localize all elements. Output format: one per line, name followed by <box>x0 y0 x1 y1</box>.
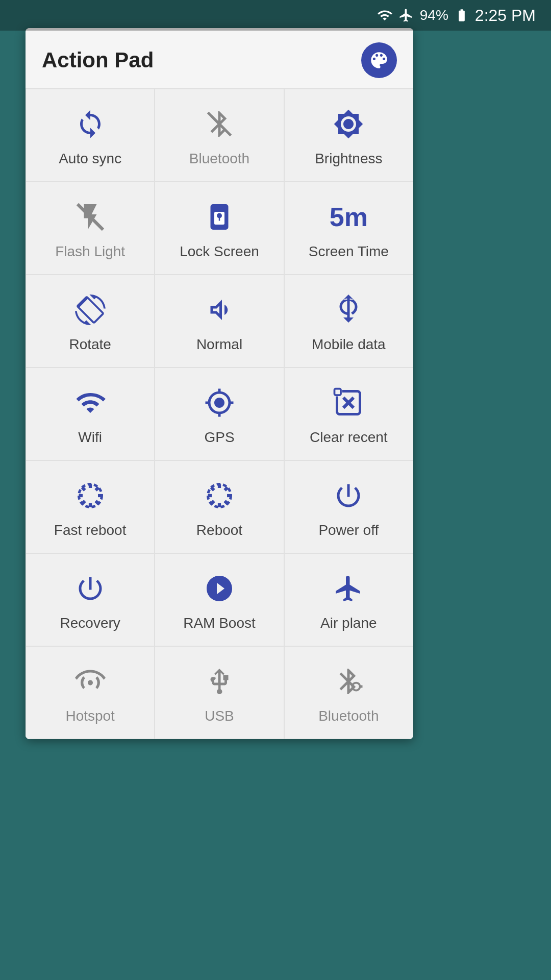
item-rotate[interactable]: Rotate <box>26 275 155 368</box>
palette-button[interactable] <box>361 42 397 78</box>
rotate-icon <box>75 291 106 328</box>
item-clear-recent[interactable]: Clear recent <box>284 368 413 460</box>
pad-header: Action Pad <box>26 28 413 89</box>
hotspot-label: Hotspot <box>65 708 115 724</box>
screen-time-value: 5m <box>330 204 368 230</box>
status-icons: 94% 2:25 PM <box>377 6 536 25</box>
wifi-label: Wifi <box>78 429 102 446</box>
usb-label: USB <box>205 708 234 724</box>
bluetooth-label: Bluetooth <box>189 151 249 167</box>
item-brightness[interactable]: Brightness <box>284 89 413 182</box>
ram-boost-icon <box>204 570 235 607</box>
flash-light-label: Flash Light <box>55 243 125 260</box>
bluetooth-bottom-icon <box>333 663 364 700</box>
action-pad: Action Pad Auto sync Bluetooth <box>26 28 413 739</box>
svg-line-16 <box>82 487 85 491</box>
airplane-item-icon <box>333 570 364 607</box>
item-bluetooth[interactable]: Bluetooth <box>155 89 284 182</box>
gps-label: GPS <box>204 429 234 446</box>
power-off-label: Power off <box>318 522 379 538</box>
svg-line-26 <box>224 501 228 504</box>
recovery-icon <box>75 570 106 607</box>
item-mobile-data[interactable]: Mobile data <box>284 275 413 368</box>
wifi-icon <box>377 8 392 23</box>
item-ram-boost[interactable]: RAM Boost <box>155 553 284 646</box>
svg-line-28 <box>211 501 214 504</box>
auto-sync-label: Auto sync <box>59 151 121 167</box>
gps-icon <box>204 384 235 421</box>
svg-line-25 <box>211 487 214 491</box>
reboot-icon <box>204 477 235 514</box>
clear-recent-icon <box>333 384 364 421</box>
item-fast-reboot[interactable]: Fast reboot <box>26 460 155 553</box>
svg-line-27 <box>224 487 228 491</box>
item-reboot[interactable]: Reboot <box>155 460 284 553</box>
item-auto-sync[interactable]: Auto sync <box>26 89 155 182</box>
svg-line-19 <box>82 501 85 504</box>
screen-time-label: Screen Time <box>309 243 389 260</box>
item-hotspot[interactable]: Hotspot <box>26 646 155 739</box>
brightness-icon <box>333 106 364 142</box>
bluetooth-icon <box>204 106 235 142</box>
pad-title: Action Pad <box>42 48 154 72</box>
item-normal[interactable]: Normal <box>155 275 284 368</box>
item-gps[interactable]: GPS <box>155 368 284 460</box>
item-screen-time[interactable]: 5m Screen Time <box>284 182 413 275</box>
airplane-status-icon <box>398 8 414 23</box>
hotspot-icon <box>75 663 106 700</box>
power-off-icon <box>333 477 364 514</box>
item-wifi[interactable]: Wifi <box>26 368 155 460</box>
recovery-label: Recovery <box>60 615 120 631</box>
clear-recent-label: Clear recent <box>310 429 388 446</box>
rotate-label: Rotate <box>69 336 111 353</box>
item-bluetooth-bottom[interactable]: Bluetooth <box>284 646 413 739</box>
air-plane-label: Air plane <box>320 615 377 631</box>
screen-time-icon: 5m <box>330 199 368 235</box>
brightness-label: Brightness <box>315 151 382 167</box>
sync-icon <box>75 106 106 142</box>
bluetooth-bottom-label: Bluetooth <box>318 708 379 724</box>
normal-label: Normal <box>196 336 242 353</box>
palette-icon <box>368 50 390 71</box>
normal-icon <box>204 291 235 328</box>
status-bar: 94% 2:25 PM <box>0 0 551 31</box>
item-power-off[interactable]: Power off <box>284 460 413 553</box>
item-air-plane[interactable]: Air plane <box>284 553 413 646</box>
mobile-data-icon <box>333 291 364 328</box>
svg-line-17 <box>95 501 98 504</box>
item-usb[interactable]: USB <box>155 646 284 739</box>
status-time: 2:25 PM <box>475 6 536 25</box>
item-lock-screen[interactable]: Lock Screen <box>155 182 284 275</box>
ram-boost-label: RAM Boost <box>183 615 256 631</box>
svg-line-18 <box>95 487 98 491</box>
reboot-label: Reboot <box>196 522 242 538</box>
usb-icon <box>204 663 235 700</box>
item-flash-light[interactable]: Flash Light <box>26 182 155 275</box>
svg-rect-5 <box>219 217 220 221</box>
pad-grid: Auto sync Bluetooth Brightness Fla <box>26 89 413 739</box>
fast-reboot-icon <box>75 477 106 514</box>
lock-screen-icon <box>204 199 235 235</box>
battery-icon <box>455 8 469 22</box>
mobile-data-label: Mobile data <box>312 336 386 353</box>
fast-reboot-label: Fast reboot <box>54 522 127 538</box>
flash-light-icon <box>75 199 106 235</box>
lock-screen-label: Lock Screen <box>180 243 259 260</box>
wifi-item-icon <box>75 384 106 421</box>
battery-text: 94% <box>420 7 448 23</box>
item-recovery[interactable]: Recovery <box>26 553 155 646</box>
